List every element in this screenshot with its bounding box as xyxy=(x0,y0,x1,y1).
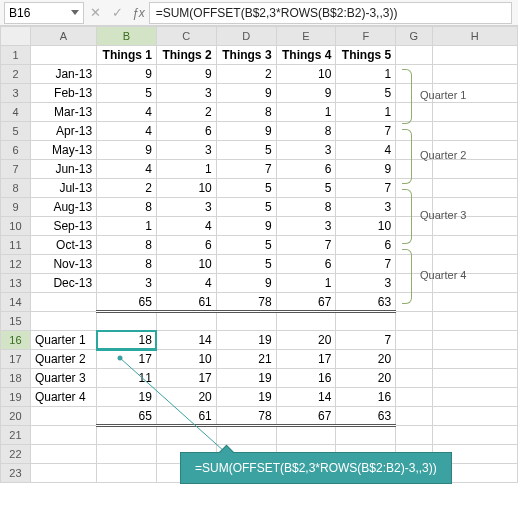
cell[interactable]: 9 xyxy=(156,65,216,84)
cell[interactable] xyxy=(276,426,336,445)
cell[interactable]: 5 xyxy=(216,255,276,274)
cell[interactable]: 17 xyxy=(97,350,157,369)
cell[interactable] xyxy=(30,445,96,464)
cell[interactable]: 2 xyxy=(97,179,157,198)
cell[interactable]: 8 xyxy=(97,255,157,274)
select-all-corner[interactable] xyxy=(1,27,31,46)
cell[interactable]: May-13 xyxy=(30,141,96,160)
cell[interactable]: 63 xyxy=(336,293,396,312)
row-header[interactable]: 15 xyxy=(1,312,31,331)
cell[interactable] xyxy=(30,464,96,483)
cell-active-B16[interactable]: 18 xyxy=(97,331,157,350)
cell[interactable]: 10 xyxy=(156,179,216,198)
cell[interactable]: 5 xyxy=(216,141,276,160)
cell[interactable] xyxy=(30,312,96,331)
cell[interactable]: Dec-13 xyxy=(30,274,96,293)
cell[interactable]: 65 xyxy=(97,293,157,312)
col-header-D[interactable]: D xyxy=(216,27,276,46)
cell[interactable]: 3 xyxy=(156,141,216,160)
fx-icon[interactable]: ƒx xyxy=(132,6,145,20)
cell[interactable]: 5 xyxy=(216,236,276,255)
cell[interactable]: 14 xyxy=(156,331,216,350)
cell[interactable] xyxy=(432,65,518,84)
cell[interactable]: 7 xyxy=(276,236,336,255)
cell[interactable]: 9 xyxy=(216,122,276,141)
cell[interactable]: Quarter 1 xyxy=(30,331,96,350)
cell[interactable]: 2 xyxy=(156,103,216,122)
cell[interactable] xyxy=(30,426,96,445)
cell[interactable]: 16 xyxy=(276,369,336,388)
cell[interactable] xyxy=(336,426,396,445)
cell[interactable] xyxy=(336,312,396,331)
cell[interactable]: 3 xyxy=(336,198,396,217)
cell[interactable]: 5 xyxy=(336,84,396,103)
cell[interactable]: 1 xyxy=(336,103,396,122)
cell[interactable] xyxy=(396,369,432,388)
row-header[interactable]: 17 xyxy=(1,350,31,369)
row-header[interactable]: 20 xyxy=(1,407,31,426)
cell[interactable]: 9 xyxy=(216,217,276,236)
cell[interactable]: 1 xyxy=(276,103,336,122)
cell[interactable]: 6 xyxy=(156,122,216,141)
cell[interactable] xyxy=(432,122,518,141)
cell[interactable]: 6 xyxy=(276,255,336,274)
cell[interactable]: 2 xyxy=(216,65,276,84)
cell[interactable]: 7 xyxy=(216,160,276,179)
cell[interactable]: 17 xyxy=(156,369,216,388)
cell[interactable]: Things 2 xyxy=(156,46,216,65)
cell[interactable] xyxy=(216,426,276,445)
cell[interactable]: Jul-13 xyxy=(30,179,96,198)
cell[interactable]: 7 xyxy=(336,179,396,198)
formula-input[interactable]: =SUM(OFFSET(B$2,3*ROWS(B$2:B2)-3,,3)) xyxy=(149,2,512,24)
cell[interactable]: 4 xyxy=(97,103,157,122)
cell[interactable]: Apr-13 xyxy=(30,122,96,141)
cell[interactable] xyxy=(30,293,96,312)
cancel-icon[interactable]: ✕ xyxy=(84,5,106,20)
cell[interactable]: Things 1 xyxy=(97,46,157,65)
cell[interactable]: 7 xyxy=(336,255,396,274)
row-header[interactable]: 3 xyxy=(1,84,31,103)
cell[interactable]: 65 xyxy=(97,407,157,426)
cell[interactable]: 9 xyxy=(97,141,157,160)
cell[interactable]: 21 xyxy=(216,350,276,369)
cell[interactable] xyxy=(30,46,96,65)
col-header-A[interactable]: A xyxy=(30,27,96,46)
cell[interactable] xyxy=(156,426,216,445)
row-header[interactable]: 11 xyxy=(1,236,31,255)
cell[interactable]: 9 xyxy=(276,84,336,103)
cell[interactable]: 5 xyxy=(276,179,336,198)
row-header[interactable]: 21 xyxy=(1,426,31,445)
row-header[interactable]: 8 xyxy=(1,179,31,198)
cell[interactable]: 10 xyxy=(276,65,336,84)
row-header[interactable]: 1 xyxy=(1,46,31,65)
cell[interactable]: 4 xyxy=(336,141,396,160)
row-header[interactable]: 7 xyxy=(1,160,31,179)
chevron-down-icon[interactable] xyxy=(71,10,79,15)
cell[interactable]: Feb-13 xyxy=(30,84,96,103)
row-header[interactable]: 10 xyxy=(1,217,31,236)
cell[interactable]: 10 xyxy=(156,350,216,369)
cell[interactable]: 78 xyxy=(216,407,276,426)
row-header[interactable]: 19 xyxy=(1,388,31,407)
cell[interactable]: 19 xyxy=(216,388,276,407)
cell[interactable]: 8 xyxy=(97,236,157,255)
cell[interactable] xyxy=(97,445,157,464)
cell[interactable]: 3 xyxy=(276,217,336,236)
cell[interactable]: 6 xyxy=(276,160,336,179)
row-header[interactable]: 6 xyxy=(1,141,31,160)
cell[interactable]: 63 xyxy=(336,407,396,426)
cell[interactable]: Quarter 3 xyxy=(30,369,96,388)
cell[interactable]: Quarter 2 xyxy=(30,350,96,369)
cell[interactable]: 61 xyxy=(156,293,216,312)
cell[interactable]: Things 3 xyxy=(216,46,276,65)
cell[interactable] xyxy=(432,179,518,198)
col-header-F[interactable]: F xyxy=(336,27,396,46)
cell[interactable]: 1 xyxy=(97,217,157,236)
cell[interactable]: 6 xyxy=(156,236,216,255)
cell[interactable] xyxy=(396,46,432,65)
row-header[interactable]: 12 xyxy=(1,255,31,274)
cell[interactable] xyxy=(432,407,518,426)
cell[interactable]: 4 xyxy=(97,122,157,141)
cell[interactable]: 16 xyxy=(336,388,396,407)
row-header[interactable]: 23 xyxy=(1,464,31,483)
